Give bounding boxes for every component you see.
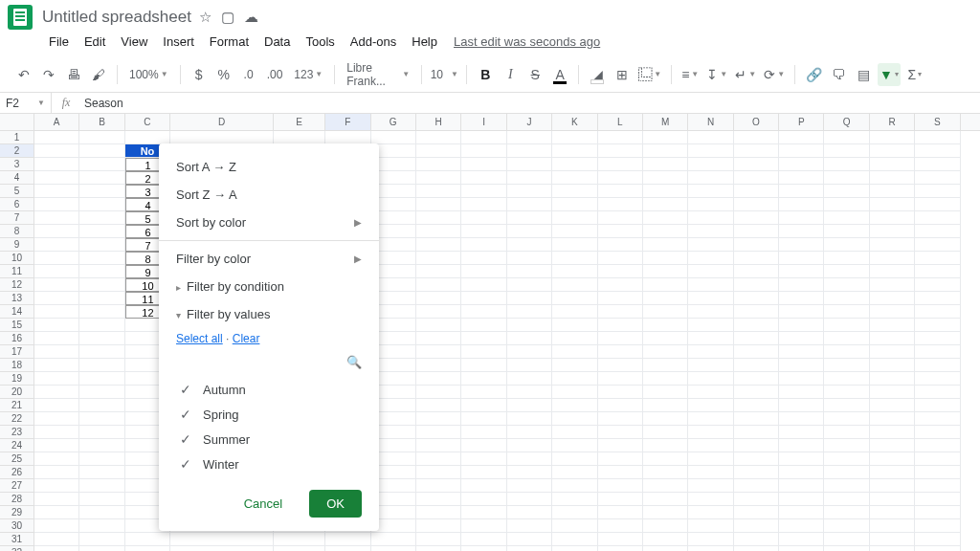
cell[interactable]	[34, 533, 79, 546]
cell[interactable]	[870, 359, 915, 372]
cell[interactable]	[824, 386, 869, 399]
font-size-select[interactable]: 10▼	[430, 63, 458, 86]
cell[interactable]	[325, 546, 370, 551]
print-icon[interactable]: 🖶	[63, 63, 84, 86]
text-color-button[interactable]: A	[549, 63, 570, 86]
spreadsheet-grid[interactable]: ABCDEFGHIJKLMNOPQRS 12No≡Month≡Days≡Seas…	[0, 114, 980, 551]
col-header-k[interactable]: K	[552, 114, 597, 130]
cell[interactable]	[552, 426, 597, 439]
cell[interactable]	[79, 359, 124, 372]
cell[interactable]	[870, 399, 915, 412]
cell[interactable]	[416, 546, 461, 551]
cell[interactable]	[824, 144, 869, 158]
cell[interactable]	[507, 412, 552, 426]
cell[interactable]	[870, 131, 915, 144]
cell[interactable]	[461, 265, 506, 278]
cell[interactable]	[824, 305, 869, 319]
cell[interactable]	[779, 359, 824, 372]
cell[interactable]	[870, 479, 915, 493]
cell[interactable]	[824, 292, 869, 305]
cell[interactable]	[688, 372, 733, 386]
filter-icon[interactable]: ▼▾	[878, 63, 901, 86]
cell[interactable]	[598, 493, 643, 506]
cell[interactable]	[79, 466, 124, 479]
undo-icon[interactable]: ↶	[13, 63, 34, 86]
cell[interactable]	[688, 238, 733, 252]
cell[interactable]	[915, 278, 960, 292]
cell[interactable]	[915, 238, 960, 252]
cell[interactable]	[552, 185, 597, 198]
cell[interactable]	[461, 506, 506, 519]
cell[interactable]	[734, 211, 779, 225]
cell[interactable]	[598, 533, 643, 546]
cell[interactable]	[734, 546, 779, 551]
cell[interactable]	[643, 131, 688, 144]
cell[interactable]	[779, 533, 824, 546]
cell[interactable]	[34, 225, 79, 238]
cell[interactable]	[79, 493, 124, 506]
cell[interactable]	[552, 292, 597, 305]
cell[interactable]	[779, 319, 824, 332]
row-header[interactable]: 5	[0, 185, 34, 198]
cell[interactable]	[552, 546, 597, 551]
cell[interactable]	[779, 332, 824, 345]
col-header-r[interactable]: R	[870, 114, 915, 130]
ok-button[interactable]: OK	[309, 490, 362, 518]
cell[interactable]	[416, 426, 461, 439]
cell[interactable]	[643, 158, 688, 171]
cell[interactable]	[734, 519, 779, 533]
cell[interactable]	[34, 305, 79, 319]
cell[interactable]	[598, 546, 643, 551]
cell[interactable]	[416, 292, 461, 305]
cell[interactable]	[416, 386, 461, 399]
cell[interactable]	[598, 158, 643, 171]
name-box[interactable]: F2▼	[0, 93, 52, 113]
cell[interactable]	[416, 479, 461, 493]
cell[interactable]	[507, 345, 552, 359]
cell[interactable]	[34, 506, 79, 519]
cell[interactable]	[870, 198, 915, 211]
filter-by-color[interactable]: Filter by color▶	[159, 245, 379, 273]
cell[interactable]	[779, 493, 824, 506]
cell[interactable]	[79, 386, 124, 399]
cell[interactable]	[507, 305, 552, 319]
cell[interactable]	[688, 198, 733, 211]
move-icon[interactable]: ▢	[221, 9, 234, 26]
cell[interactable]	[734, 332, 779, 345]
cell[interactable]	[461, 372, 506, 386]
cell[interactable]	[824, 533, 869, 546]
cell[interactable]	[915, 452, 960, 466]
cell[interactable]	[870, 332, 915, 345]
row-header[interactable]: 21	[0, 399, 34, 412]
cell[interactable]	[552, 319, 597, 332]
row-header[interactable]: 14	[0, 305, 34, 319]
cell[interactable]	[643, 171, 688, 185]
cell[interactable]	[915, 359, 960, 372]
cell[interactable]	[870, 171, 915, 185]
cell[interactable]	[274, 131, 325, 144]
row-header[interactable]: 19	[0, 372, 34, 386]
cell[interactable]	[598, 292, 643, 305]
cell[interactable]	[598, 265, 643, 278]
cell[interactable]	[552, 332, 597, 345]
zoom-select[interactable]: 100%▼	[125, 63, 172, 86]
link-icon[interactable]: 🔗	[803, 63, 824, 86]
cell[interactable]	[643, 506, 688, 519]
cell[interactable]	[779, 198, 824, 211]
cell[interactable]	[552, 359, 597, 372]
cell[interactable]	[688, 171, 733, 185]
cell[interactable]	[552, 345, 597, 359]
row-header[interactable]: 9	[0, 238, 34, 252]
cell[interactable]	[461, 386, 506, 399]
cell[interactable]	[461, 546, 506, 551]
rotate-button[interactable]: ⟳▼	[762, 63, 787, 86]
cell[interactable]	[325, 131, 370, 144]
cell[interactable]	[643, 412, 688, 426]
cell[interactable]	[734, 439, 779, 452]
cell[interactable]	[507, 278, 552, 292]
cell[interactable]	[79, 439, 124, 452]
cell[interactable]	[779, 452, 824, 466]
col-header-g[interactable]: G	[371, 114, 416, 130]
cell[interactable]	[507, 546, 552, 551]
cell[interactable]	[461, 171, 506, 185]
